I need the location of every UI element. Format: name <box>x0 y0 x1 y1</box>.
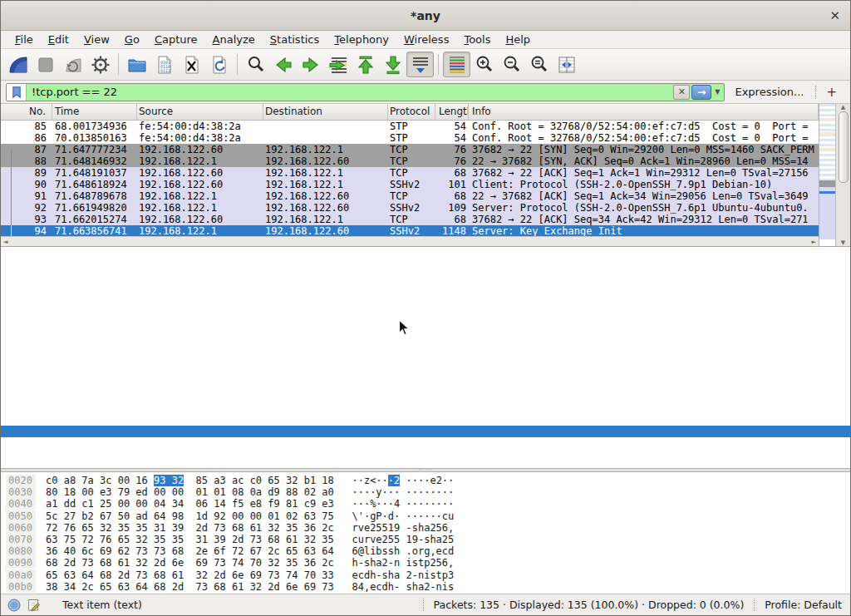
packet-row[interactable]: 87 71.647777234 192.168.122.60 192.168.1… <box>1 144 819 155</box>
display-filter-input[interactable] <box>27 86 672 98</box>
packet-row[interactable]: 90 71.648618924 192.168.122.60 192.168.1… <box>1 179 819 190</box>
menu-item[interactable]: Go <box>117 33 147 46</box>
detail-tree-row[interactable]: 1000 .... = Header Length: 32 bytes (8) <box>1 309 850 321</box>
go-to-packet-button[interactable] <box>324 52 352 77</box>
menu-item[interactable]: Tools <box>456 33 498 46</box>
zoom-reset-button[interactable] <box>525 52 553 77</box>
detail-tree-row[interactable]: Urgent pointer: 0 <box>1 391 850 402</box>
packet-row[interactable]: 85 68.001734936 fe:54:00:d4:38:2a STP 54… <box>1 121 819 132</box>
profile-indicator[interactable]: Profile: Default <box>765 599 842 611</box>
scrollbar-thumb[interactable] <box>839 111 849 183</box>
go-last-button[interactable] <box>379 52 406 77</box>
menu-item[interactable]: Telephony <box>327 33 396 46</box>
hex-row[interactable]: 007063 75 72 76 65 32 35 35 31 39 2d 73 … <box>6 534 850 545</box>
menu-item[interactable]: File <box>7 33 41 46</box>
find-packet-button[interactable] <box>242 52 269 77</box>
detail-tree-row[interactable]: Acknowledgment number: 34 (relative ack … <box>1 298 850 309</box>
hex-row[interactable]: 006072 76 65 32 35 35 31 39 2d 73 68 61 … <box>6 522 850 534</box>
hex-row[interactable]: 009068 2d 73 68 61 32 2d 6e 69 73 74 70 … <box>6 557 850 569</box>
file-open-button[interactable] <box>123 52 150 77</box>
menu-item[interactable]: Capture <box>147 33 205 46</box>
detail-tree-row[interactable]: ▸Flags: 0x018 (PSH, ACK) <box>1 321 850 333</box>
capture-stop-button[interactable] <box>32 52 59 77</box>
go-back-button[interactable] <box>269 52 297 77</box>
title-bar[interactable]: *any ✕ <box>1 1 850 31</box>
add-filter-button[interactable]: + <box>819 85 845 100</box>
capture-options-button[interactable] <box>86 52 114 77</box>
menu-item[interactable]: Statistics <box>263 33 327 46</box>
hex-row[interactable]: 0040a1 dd c1 25 00 00 04 34 06 14 f5 e8 … <box>6 498 850 510</box>
detail-tree-row[interactable]: [Calculated window size: 29056] <box>1 344 850 356</box>
menu-item[interactable]: View <box>76 33 117 46</box>
capture-restart-button[interactable] <box>59 52 86 77</box>
menu-item[interactable]: Help <box>498 33 538 46</box>
detail-tree-row[interactable]: ▸SSH Version 2 (encryption:chacha20-poly… <box>1 461 850 468</box>
filter-bookmark-button[interactable] <box>7 84 27 101</box>
capture-start-button[interactable] <box>4 52 32 77</box>
packet-row[interactable]: 86 70.013850163 fe:54:00:d4:38:2a STP 54… <box>1 132 819 144</box>
column-header[interactable]: No. <box>1 104 52 120</box>
hex-row[interactable]: 008036 40 6c 69 62 73 73 68 2e 6f 72 67 … <box>6 545 850 557</box>
column-header[interactable]: Protocol <box>388 104 435 120</box>
column-header[interactable]: Time <box>52 104 137 120</box>
detail-tree-row[interactable]: Sequence number: 42 (relative sequence n… <box>1 274 850 286</box>
scroll-left-icon[interactable]: ◄ <box>3 239 7 245</box>
detail-tree-row[interactable]: TCP payload (1080 bytes) <box>1 437 850 449</box>
detail-tree-row[interactable]: [Stream index: 0] <box>1 251 850 263</box>
packet-row[interactable]: 88 71.648146932 192.168.122.1 192.168.12… <box>1 155 819 167</box>
go-forward-button[interactable] <box>297 52 324 77</box>
packet-details-pane: [Stream index: 0] [TCP Segment Len: 1080… <box>1 247 850 468</box>
scroll-down-icon[interactable]: ▼ <box>841 239 845 246</box>
scroll-right-icon[interactable]: ► <box>812 239 816 245</box>
hex-row[interactable]: 003080 18 00 e3 79 ed 00 00 01 01 08 0a … <box>6 486 850 498</box>
packet-row[interactable]: 89 71.648191037 192.168.122.60 192.168.1… <box>1 167 819 179</box>
hex-row[interactable]: 00a065 63 64 68 2d 73 68 61 32 2d 6e 69 … <box>6 569 850 581</box>
detail-tree-row[interactable]: [TCP Segment Len: 1080] <box>1 263 850 274</box>
filter-dropdown-caret[interactable]: ▼ <box>712 88 724 96</box>
detail-tree-row[interactable]: Checksum: 0x79ed [unverified] <box>1 367 850 379</box>
file-close-button[interactable] <box>178 52 205 77</box>
column-header[interactable]: Source <box>137 104 263 120</box>
menu-item[interactable]: Edit <box>41 33 76 46</box>
zoom-out-button[interactable] <box>498 52 525 77</box>
close-window-button[interactable]: ✕ <box>829 8 840 23</box>
menu-item[interactable]: Analyze <box>205 33 263 46</box>
detail-tree-row[interactable]: ▸[Timestamps] <box>1 426 850 437</box>
display-filter-field[interactable]: ✕ → ▼ <box>6 83 725 101</box>
packet-row[interactable]: 91 71.648789678 192.168.122.1 192.168.12… <box>1 190 819 202</box>
detail-tree-row[interactable]: [Window size scaling factor: 128] <box>1 356 850 367</box>
hex-row[interactable]: 00505c 27 b2 67 50 ad 64 98 1d 92 00 00 … <box>6 510 850 522</box>
expression-button[interactable]: Expression... <box>735 86 804 98</box>
menu-item[interactable]: Wireless <box>396 33 456 46</box>
column-header[interactable]: Destination <box>263 104 388 120</box>
filter-apply-button[interactable]: → <box>691 85 711 100</box>
zoom-in-button[interactable] <box>470 52 498 77</box>
file-save-button[interactable]: 010101100111 <box>150 52 178 77</box>
capture-comment-button[interactable] <box>27 599 41 612</box>
detail-tree-row[interactable]: [Checksum Status: Unverified] <box>1 379 850 391</box>
column-header[interactable]: Length <box>435 104 469 120</box>
detail-tree-row[interactable]: Window size value: 227 <box>1 333 850 344</box>
filter-clear-button[interactable]: ✕ <box>673 85 690 100</box>
column-header[interactable]: Info <box>469 104 819 120</box>
colorize-button[interactable] <box>443 52 470 77</box>
auto-scroll-button[interactable] <box>406 52 434 77</box>
packet-row[interactable]: 92 71.661949820 192.168.122.1 192.168.12… <box>1 202 819 214</box>
expert-info-button[interactable] <box>7 599 21 612</box>
packet-row[interactable]: 94 71.663856741 192.168.122.1 192.168.12… <box>1 225 819 236</box>
packet-list-hscrollbar[interactable]: ◄ ► <box>1 236 819 246</box>
file-reload-button[interactable] <box>205 52 233 77</box>
packet-counts: Packets: 135 · Displayed: 135 (100.0%) ·… <box>434 599 745 611</box>
scroll-up-icon[interactable]: ▲ <box>841 104 845 111</box>
detail-tree-row[interactable]: ▾SSH Protocol <box>1 449 850 461</box>
packet-list-vscrollbar[interactable]: ▲ ▼ <box>835 104 850 246</box>
hex-row[interactable]: 0020c0 a8 7a 3c 00 16 93 32 85 a3 ac c0 … <box>6 475 850 486</box>
intelligent-scrollbar-minimap[interactable] <box>819 104 835 246</box>
detail-tree-row[interactable]: ▸Options: (12 bytes), No-Operation (NOP)… <box>1 402 850 414</box>
hex-row[interactable]: 00b038 34 2c 65 63 64 68 2d 73 68 61 32 … <box>6 581 850 593</box>
detail-tree-row[interactable]: ▸[SEQ/ACK analysis] <box>1 414 850 426</box>
packet-row[interactable]: 93 71.662015274 192.168.122.60 192.168.1… <box>1 214 819 225</box>
detail-tree-row[interactable]: [Next sequence number: 1122 (relative se… <box>1 286 850 298</box>
resize-columns-button[interactable] <box>553 52 580 77</box>
go-first-button[interactable] <box>352 52 379 77</box>
